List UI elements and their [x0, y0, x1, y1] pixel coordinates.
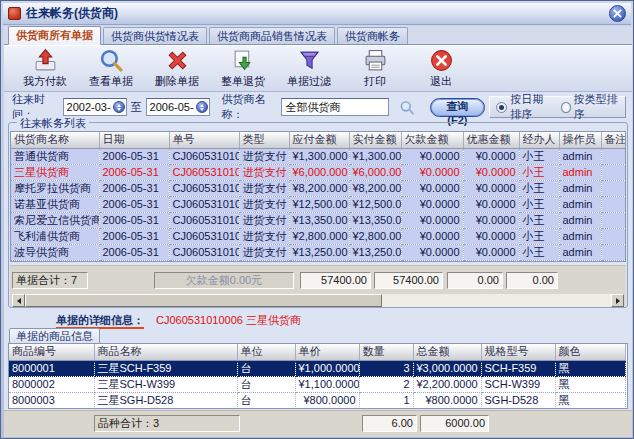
date-to-spinner-icon[interactable] [196, 101, 208, 113]
table-cell [601, 228, 625, 244]
table-cell: ¥13,250.00 [289, 244, 349, 260]
transactions-groupbox: 往来帐务列表 供货商名称日期单号类型应付金额实付金额欠款金额优惠金额经办人操作员… [8, 122, 628, 308]
view-document-button[interactable]: 查看单据 [82, 46, 140, 90]
table-cell: 台 [237, 376, 295, 392]
delete-document-button[interactable]: 删除单据 [148, 46, 206, 90]
table-row[interactable]: 8000001三星SCH-F359台¥1,000.00003¥3,000.000… [9, 360, 625, 376]
table-cell: ¥12,500.00 [289, 196, 349, 212]
print-label: 打印 [364, 74, 386, 89]
payable-total-box: 57400.00 [300, 272, 371, 289]
app-window: 往来帐务(供货商) 供货商所有单据 供货商供货情况表 供货商商品销售情况表 供货… [0, 0, 634, 439]
column-header[interactable]: 单号 [169, 132, 239, 148]
table-cell: 诺基亚供货商 [11, 196, 99, 212]
table-row[interactable]: 摩托罗拉供货商2006-05-31CJ060531010005进货支付¥8,20… [11, 180, 625, 196]
table-cell: ¥8,200.000 [289, 180, 349, 196]
amount-total-box: 6000.00 [420, 415, 489, 432]
table-cell: ¥0.0000 [463, 244, 519, 260]
date-from-spinner-icon[interactable] [113, 101, 125, 113]
filter-documents-button[interactable]: 单据过滤 [280, 46, 338, 90]
column-header[interactable]: 总金额 [413, 344, 481, 360]
return-order-button[interactable]: 整单退货 [214, 46, 272, 90]
supplier-name-input[interactable] [281, 98, 389, 116]
detail-info-label: 单据的详细信息： [56, 314, 144, 329]
table-row[interactable]: 三星供货商2006-05-31CJ060531010006进货支付¥6,000.… [11, 164, 625, 180]
table-cell: ¥2,200.0000 [413, 376, 481, 392]
scroll-right-button[interactable] [611, 294, 624, 307]
date-from-field [63, 98, 127, 116]
table-cell: SCH-W399 [481, 376, 555, 392]
column-header[interactable]: 经办人 [519, 132, 559, 148]
column-header[interactable]: 颜色 [555, 344, 625, 360]
table-cell: 进货支付 [239, 244, 289, 260]
column-header[interactable]: 数量 [359, 344, 413, 360]
sort-by-date-radio[interactable] [496, 102, 507, 113]
tab-product-sales-report[interactable]: 供货商商品销售情况表 [209, 27, 335, 44]
table-cell: ¥0.0000 [463, 212, 519, 228]
sort-by-type-radio[interactable] [561, 102, 570, 113]
column-header[interactable]: 优惠金额 [463, 132, 519, 148]
table-cell: ¥6,000.000 [289, 164, 349, 180]
table-cell: 飞利浦供货商 [11, 228, 99, 244]
table-cell: admin [559, 228, 601, 244]
exit-button[interactable]: 退出 [412, 46, 470, 90]
table-row[interactable]: 普通供货商2006-05-31CJ060531010007进货支付¥1,300.… [11, 148, 625, 164]
column-header[interactable]: 供货商名称 [11, 132, 99, 148]
table-cell: ¥0.0000 [401, 164, 463, 180]
column-header[interactable]: 规格型号 [481, 344, 555, 360]
table-cell: 小王 [519, 212, 559, 228]
column-header[interactable]: 单价 [295, 344, 359, 360]
sort-by-date-option[interactable]: 按日期排序 [496, 92, 554, 122]
column-header[interactable]: 日期 [99, 132, 169, 148]
window-body: 供货商所有单据 供货商供货情况表 供货商商品销售情况表 供货商帐务 我方付款 查… [4, 26, 632, 437]
sort-by-type-option[interactable]: 按类型排序 [561, 92, 619, 122]
tab-document-products[interactable]: 单据的商品信息 [9, 328, 100, 343]
table-cell: 小王 [519, 164, 559, 180]
quantity-total-box: 6.00 [362, 415, 417, 432]
print-button[interactable]: 打印 [346, 46, 404, 90]
table-row[interactable]: 诺基亚供货商2006-05-31CJ060531010004进货支付¥12,50… [11, 196, 625, 212]
scrollbar-thumb[interactable] [25, 294, 382, 307]
column-header[interactable]: 商品名称 [94, 344, 237, 360]
close-button[interactable] [609, 5, 626, 22]
table-row[interactable]: 索尼爱立信供货商2006-05-31CJ060531010003进货支付¥13,… [11, 212, 625, 228]
document-count-box: 单据合计：7 [12, 272, 88, 289]
table-cell: ¥13,250.0 [349, 244, 401, 260]
table-cell: CJ060531010003 [169, 212, 239, 228]
table-cell: CJ060531010005 [169, 180, 239, 196]
table-cell: SCH-F359 [481, 360, 555, 376]
table-row[interactable]: 飞利浦供货商2006-05-31CJ060531010002进货支付¥2,800… [11, 228, 625, 244]
search-icon[interactable] [399, 98, 415, 117]
to-label: 至 [131, 100, 142, 115]
return-order-icon [231, 48, 256, 73]
table-cell: 2006-05-31 [99, 196, 169, 212]
table-cell [601, 212, 625, 228]
pay-button[interactable]: 我方付款 [16, 46, 74, 90]
table-cell: ¥0.0000 [463, 196, 519, 212]
table-cell: 三星SGH-D528 [94, 392, 237, 408]
tab-supplier-accounts[interactable]: 供货商帐务 [337, 27, 408, 44]
column-header[interactable]: 单位 [237, 344, 295, 360]
table-cell: ¥1,300.000 [289, 148, 349, 164]
tab-supply-report[interactable]: 供货商供货情况表 [103, 27, 207, 44]
column-header[interactable]: 操作员 [559, 132, 601, 148]
close-icon [613, 9, 622, 18]
window-title: 往来帐务(供货商) [26, 5, 604, 22]
table-cell [601, 196, 625, 212]
table-row[interactable]: 8000003三星SGH-D528台¥800.00001¥800.0000SGH… [9, 392, 625, 408]
column-header[interactable]: 商品编号 [9, 344, 94, 360]
column-header[interactable]: 实付金额 [349, 132, 401, 148]
table-cell: ¥0.0000 [463, 148, 519, 164]
query-button[interactable]: 查询(F2) [430, 98, 486, 117]
scroll-left-button[interactable] [12, 294, 25, 307]
tab-all-documents[interactable]: 供货商所有单据 [8, 26, 101, 45]
table-cell: ¥2,800.000 [289, 228, 349, 244]
column-header[interactable]: 欠款金额 [401, 132, 463, 148]
column-header[interactable]: 类型 [239, 132, 289, 148]
column-header[interactable]: 应付金额 [289, 132, 349, 148]
column-header[interactable]: 备注 [601, 132, 625, 148]
table-cell: ¥0.0000 [401, 228, 463, 244]
table-cell: 小王 [519, 196, 559, 212]
table-row[interactable]: 8000002三星SCH-W399台¥1,100.00002¥2,200.000… [9, 376, 625, 392]
table-cell: 台 [237, 392, 295, 408]
table-row[interactable]: 波导供货商2006-05-31CJ060531010001进货支付¥13,250… [11, 244, 625, 260]
